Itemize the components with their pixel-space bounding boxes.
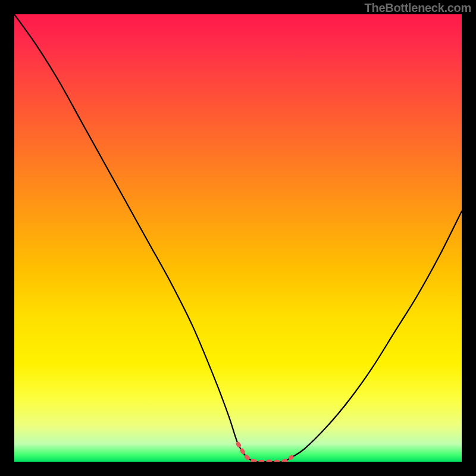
watermark-text: TheBottleneck.com (365, 1, 471, 15)
optimal-region-marker (238, 444, 292, 462)
chart-svg (14, 14, 462, 462)
chart-plot-area (14, 14, 462, 462)
bottleneck-curve (14, 14, 462, 462)
